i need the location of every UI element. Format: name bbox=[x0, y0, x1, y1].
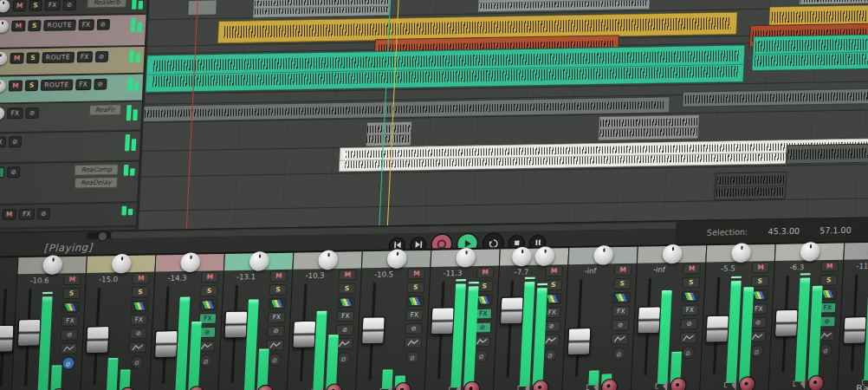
mute-button[interactable]: M bbox=[269, 270, 288, 282]
scrollbar-end-knob[interactable] bbox=[97, 231, 107, 242]
phase-button[interactable]: ø bbox=[337, 352, 351, 365]
phase-button[interactable]: ø bbox=[819, 343, 832, 356]
phase-button[interactable]: ø bbox=[750, 345, 764, 358]
trim-knob[interactable] bbox=[0, 52, 8, 65]
fader-handle[interactable] bbox=[500, 297, 524, 325]
speaker-icon[interactable] bbox=[650, 380, 663, 390]
mute-button[interactable]: M bbox=[683, 263, 701, 275]
media-item[interactable] bbox=[187, 0, 217, 16]
fx-chip[interactable]: ReaVerb bbox=[87, 0, 126, 9]
phase-button[interactable]: ø bbox=[199, 354, 213, 367]
fx-chip[interactable]: ReaDelay bbox=[74, 177, 118, 189]
speaker-icon[interactable] bbox=[305, 387, 318, 390]
record-arm-button[interactable] bbox=[670, 377, 687, 390]
fader-handle[interactable] bbox=[17, 319, 42, 347]
fader-handle[interactable] bbox=[154, 330, 178, 358]
mixer-strip[interactable]: -5.5MSFX⊘ø bbox=[699, 244, 775, 390]
route-button[interactable]: ROUTE bbox=[43, 20, 75, 31]
fx-chip[interactable]: ReaComp bbox=[74, 164, 119, 176]
fx-button[interactable]: FX bbox=[7, 107, 23, 119]
speaker-icon[interactable] bbox=[718, 380, 731, 390]
phase-button[interactable]: ø bbox=[681, 346, 695, 359]
mute-button[interactable]: M bbox=[201, 271, 219, 283]
fx-bypass-button[interactable]: ⊘ bbox=[9, 136, 22, 147]
speaker-icon[interactable] bbox=[374, 386, 387, 390]
fader-handle[interactable] bbox=[637, 306, 661, 334]
mixer-strip[interactable]: -infMSFX⊘ø bbox=[630, 245, 706, 390]
fader-handle[interactable] bbox=[361, 316, 385, 344]
media-item[interactable] bbox=[751, 34, 868, 72]
fx-button[interactable]: FX bbox=[78, 19, 94, 30]
fader-handle[interactable] bbox=[86, 326, 110, 354]
fx-bypass-button[interactable]: ⊘ bbox=[96, 19, 109, 30]
track-panel-row[interactable]: MSROUTEFX⊘ bbox=[0, 75, 143, 105]
trim-knob[interactable] bbox=[0, 107, 5, 120]
mute-button[interactable]: M bbox=[407, 268, 425, 279]
solo-button[interactable]: S bbox=[25, 80, 38, 91]
mute-button[interactable]: M bbox=[545, 265, 563, 276]
record-arm-button[interactable] bbox=[807, 375, 825, 390]
mixer-strip[interactable]: -14.3MSFX⊘ø bbox=[148, 254, 224, 390]
fx-bypass-button[interactable]: ⊘ bbox=[94, 51, 107, 62]
mixer-strip[interactable]: -15.0MSFX⊘ø bbox=[79, 255, 155, 390]
mute-button[interactable]: M bbox=[9, 81, 23, 92]
track-panel-row[interactable]: FX⊘ bbox=[0, 132, 140, 165]
track-panel-row[interactable]: MFX⊘ bbox=[0, 203, 137, 230]
fx-chip[interactable]: ReaFir bbox=[88, 104, 121, 115]
mute-button[interactable]: M bbox=[820, 261, 839, 272]
mute-button[interactable]: M bbox=[10, 53, 23, 64]
track-panel-row[interactable]: MSROUTEFX⊘ bbox=[0, 15, 146, 49]
fader-handle[interactable] bbox=[705, 315, 729, 343]
speaker-icon[interactable] bbox=[580, 381, 593, 390]
solo-button[interactable]: S bbox=[26, 52, 39, 63]
fader-handle[interactable] bbox=[223, 310, 248, 338]
media-item[interactable] bbox=[786, 144, 868, 165]
fader-handle[interactable] bbox=[292, 321, 316, 348]
arrange-view[interactable] bbox=[139, 0, 868, 230]
route-button[interactable]: ROUTE bbox=[42, 52, 74, 63]
fx-bypass-button[interactable]: ⊘ bbox=[7, 166, 20, 178]
fader-handle[interactable] bbox=[431, 307, 455, 335]
fader-handle[interactable] bbox=[0, 324, 15, 352]
mute-button[interactable]: M bbox=[476, 267, 495, 278]
mute-button[interactable]: M bbox=[11, 21, 25, 32]
fx-button[interactable]: FX bbox=[44, 0, 60, 11]
record-arm-button[interactable] bbox=[601, 379, 619, 390]
phase-button[interactable]: ø bbox=[612, 348, 626, 361]
trim-knob[interactable] bbox=[0, 80, 6, 93]
fx-button[interactable]: FX bbox=[76, 51, 92, 62]
mixer-strip[interactable]: -11.3MSFX⊘ø bbox=[424, 250, 500, 390]
mixer-strip[interactable]: -10.5MSFX⊘ø bbox=[354, 250, 431, 390]
speaker-icon[interactable] bbox=[512, 383, 525, 390]
speaker-icon[interactable] bbox=[787, 378, 800, 389]
mute-button[interactable]: M bbox=[63, 274, 81, 285]
mute-button[interactable]: M bbox=[12, 0, 26, 11]
fader-handle[interactable] bbox=[774, 309, 799, 337]
trim-knob[interactable] bbox=[0, 0, 10, 13]
phase-button[interactable]: ø bbox=[543, 348, 557, 361]
mute-button[interactable]: M bbox=[2, 209, 16, 220]
mixer-strip[interactable]: -13.1MSFX⊘ø bbox=[217, 253, 293, 390]
media-item[interactable] bbox=[598, 114, 700, 141]
selection-end[interactable]: 57.1.00 bbox=[819, 225, 852, 235]
mute-button[interactable]: M bbox=[339, 270, 357, 281]
media-item[interactable] bbox=[682, 88, 868, 107]
solo-button[interactable]: S bbox=[28, 20, 41, 31]
track-panel-row[interactable]: FX⊘ReaCompReaDelay bbox=[0, 162, 139, 206]
route-button[interactable]: ROUTE bbox=[41, 80, 73, 91]
mute-button[interactable]: M bbox=[614, 264, 632, 276]
fx-bypass-button[interactable]: ⊘ bbox=[25, 107, 38, 119]
mixer-strip[interactable]: -10.3MSFX⊘ø bbox=[286, 251, 362, 390]
record-arm-button[interactable] bbox=[739, 376, 756, 390]
mute-button[interactable]: M bbox=[752, 262, 770, 273]
fx-button[interactable]: FX bbox=[75, 79, 91, 90]
fx-bypass-button[interactable]: ⊘ bbox=[36, 208, 49, 219]
media-item[interactable] bbox=[252, 0, 391, 18]
fx-bypass-button[interactable]: ⊘ bbox=[94, 79, 107, 90]
fader-handle[interactable] bbox=[843, 316, 867, 344]
track-name[interactable]: Bass bbox=[856, 383, 868, 390]
mixer-strip[interactable]: -10.6MSFX⊘ø bbox=[10, 257, 87, 390]
fx-bypass-button[interactable]: ⊘ bbox=[62, 0, 75, 10]
phase-button[interactable]: ø bbox=[62, 357, 75, 370]
mute-button[interactable]: M bbox=[132, 273, 150, 284]
